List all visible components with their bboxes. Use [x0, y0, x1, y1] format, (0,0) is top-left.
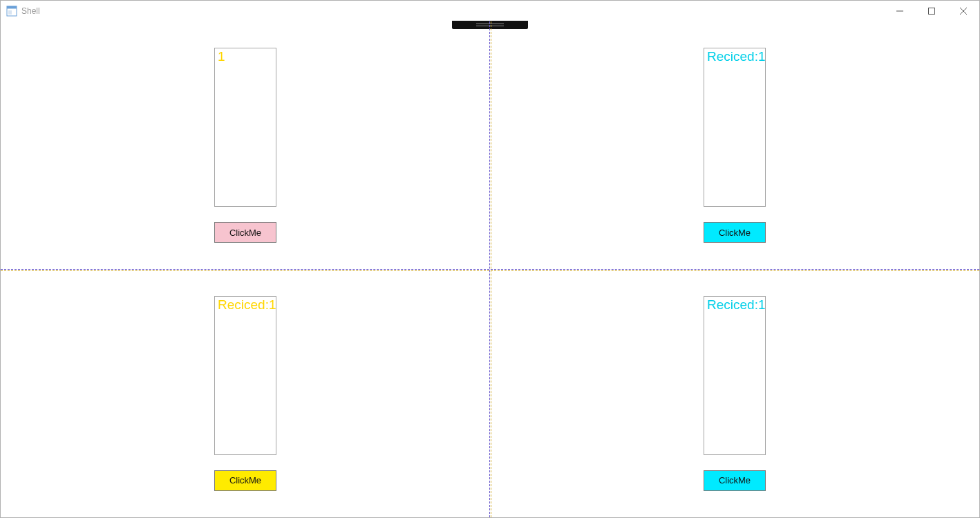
widget: 1 ClickMe: [214, 48, 276, 243]
app-icon: [6, 6, 17, 17]
quadrant-grid: 1 ClickMe Reciced:1 ClickMe Reciced:1 Cl…: [1, 21, 979, 517]
svg-rect-1: [7, 6, 17, 9]
widget: Reciced:1 ClickMe: [704, 296, 766, 491]
clickme-button[interactable]: ClickMe: [704, 470, 766, 491]
titlebar: Shell: [1, 1, 979, 21]
clickme-button[interactable]: ClickMe: [704, 222, 766, 243]
window-title: Shell: [21, 6, 40, 16]
maximize-button[interactable]: [916, 1, 948, 21]
quadrant-top-left: 1 ClickMe: [1, 21, 490, 270]
svg-rect-4: [929, 8, 935, 15]
svg-rect-2: [8, 10, 12, 15]
quadrant-bottom-left: Reciced:1 ClickMe: [1, 270, 490, 518]
quadrant-top-right: Reciced:1 ClickMe: [490, 21, 979, 270]
titlebar-left: Shell: [1, 6, 40, 17]
minimize-button[interactable]: [884, 1, 916, 21]
output-panel: Reciced:1: [704, 48, 766, 207]
output-panel: Reciced:1: [214, 296, 276, 455]
window-controls: [884, 1, 979, 21]
widget: Reciced:1 ClickMe: [704, 48, 766, 243]
close-button[interactable]: [948, 1, 979, 21]
clickme-button[interactable]: ClickMe: [214, 222, 276, 243]
window: Shell 1 ClickMe: [0, 0, 980, 518]
output-panel: Reciced:1: [704, 296, 766, 455]
clickme-button[interactable]: ClickMe: [214, 470, 276, 491]
quadrant-bottom-right: Reciced:1 ClickMe: [490, 270, 979, 518]
client-area: 1 ClickMe Reciced:1 ClickMe Reciced:1 Cl…: [1, 21, 979, 517]
widget: Reciced:1 ClickMe: [214, 296, 276, 491]
output-panel: 1: [214, 48, 276, 207]
